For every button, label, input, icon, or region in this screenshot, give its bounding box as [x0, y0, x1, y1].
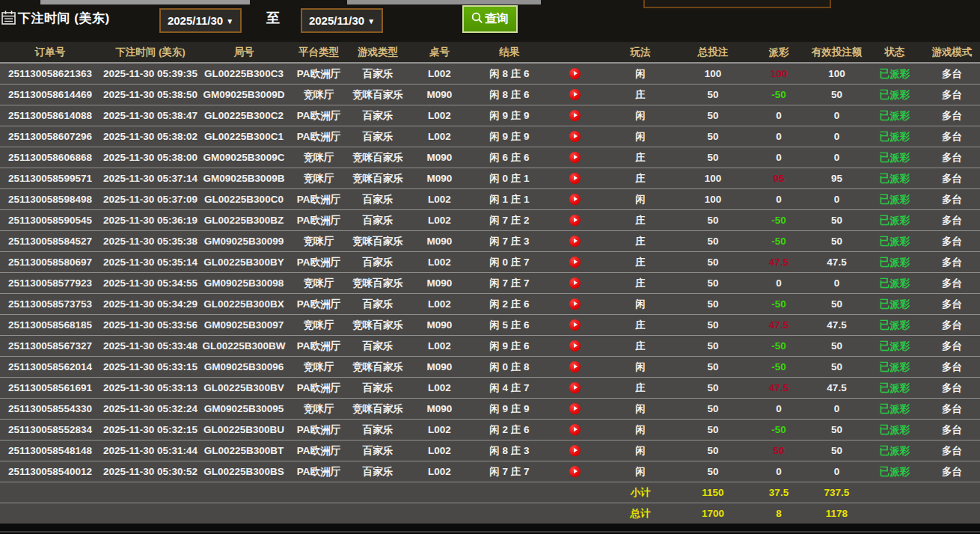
valid-bet-cell: 50: [808, 231, 866, 252]
table-header-row: 订单号 下注时间 (美东) 局号 平台类型 游戏类型 桌号 结果 玩法 总投注 …: [0, 42, 980, 63]
search-button[interactable]: 查询: [462, 5, 518, 33]
play-cell: 庄: [604, 336, 676, 357]
bet-cell: 50: [676, 147, 750, 168]
replay-cell: [545, 85, 604, 105]
payout-cell: -50: [750, 420, 808, 441]
bet-cell: 50: [676, 378, 750, 399]
time-cell: 2025-11-30 05:38:47: [100, 105, 200, 126]
order-cell: 251130058568185: [0, 315, 100, 336]
valid-bet-cell: 50: [808, 85, 866, 105]
play-icon[interactable]: [569, 68, 581, 79]
result-cell: 闲 7 庄 7: [474, 461, 545, 482]
play-cell: 闲: [604, 441, 676, 461]
result-cell: 闲 4 庄 7: [474, 378, 545, 399]
round-cell: GL00225B300C2: [200, 105, 287, 126]
order-cell: 251130058614088: [0, 105, 100, 126]
play-icon[interactable]: [569, 340, 581, 352]
status-cell: 已派彩: [866, 315, 924, 336]
play-cell: 庄: [604, 168, 676, 189]
table-no-cell: M090: [405, 357, 474, 378]
valid-bet-cell: 50: [808, 441, 866, 461]
replay-cell: [545, 231, 604, 252]
play-icon[interactable]: [569, 403, 581, 414]
status-cell: 已派彩: [866, 63, 924, 85]
replay-cell: [545, 378, 604, 399]
table-row: 2511300585806972025-11-30 05:35:14GL0022…: [0, 252, 980, 273]
table-row: 2511300585543302025-11-30 05:32:24GM0902…: [0, 399, 980, 420]
play-icon[interactable]: [569, 319, 581, 331]
play-icon[interactable]: [569, 173, 581, 184]
result-cell: 闲 0 庄 7: [474, 252, 545, 273]
play-icon[interactable]: [569, 89, 581, 100]
game-type-cell: 百家乐: [350, 126, 405, 147]
play-icon[interactable]: [569, 215, 581, 226]
date-from-select[interactable]: 2025/11/30▼: [159, 8, 242, 33]
play-cell: 闲: [604, 126, 676, 147]
replay-cell: [545, 294, 604, 315]
status-cell: 已派彩: [866, 168, 924, 189]
status-cell: 已派彩: [866, 378, 924, 399]
status-cell: 已派彩: [866, 420, 924, 441]
replay-cell: [545, 105, 604, 126]
game-type-cell: 百家乐: [350, 105, 405, 126]
play-icon[interactable]: [569, 194, 581, 205]
game-type-cell: 竞咪百家乐: [350, 231, 405, 252]
play-icon[interactable]: [569, 277, 581, 289]
game-type-cell: 竞咪百家乐: [350, 168, 405, 189]
bet-cell: 100: [676, 189, 750, 210]
play-icon[interactable]: [569, 361, 581, 372]
play-icon[interactable]: [569, 466, 581, 477]
table-row: 2511300585984982025-11-30 05:37:09GL0022…: [0, 189, 980, 210]
replay-cell: [545, 441, 604, 461]
payout-cell: -50: [750, 336, 808, 357]
valid-bet-cell: 0: [808, 147, 866, 168]
platform-cell: 竞咪厅: [287, 315, 350, 336]
replay-cell: [545, 357, 604, 378]
table-no-cell: L002: [405, 126, 474, 147]
platform-cell: 竞咪厅: [287, 399, 350, 420]
payout-cell: 47.5: [750, 378, 808, 399]
play-icon[interactable]: [569, 445, 581, 456]
mode-cell: 多台: [924, 126, 980, 147]
round-cell: GM09025B30099: [200, 231, 287, 252]
payout-cell: 0: [750, 399, 808, 420]
play-icon[interactable]: [569, 152, 581, 163]
result-cell: 闲 8 庄 3: [474, 441, 545, 461]
status-cell: 已派彩: [866, 252, 924, 273]
time-cell: 2025-11-30 05:32:15: [100, 420, 200, 441]
time-cell: 2025-11-30 05:38:02: [100, 126, 200, 147]
result-cell: 闲 7 庄 3: [474, 231, 545, 252]
bottom-divider: [0, 531, 980, 533]
mode-cell: 多台: [924, 147, 980, 168]
play-cell: 庄: [604, 252, 676, 273]
bet-cell: 50: [676, 399, 750, 420]
order-cell: 251130058614469: [0, 85, 100, 105]
date-to-select[interactable]: 2025/11/30▼: [301, 8, 383, 33]
table-row: 2511300585620142025-11-30 05:33:15GM0902…: [0, 357, 980, 378]
table-body: 2511300586213632025-11-30 05:39:35GL0022…: [0, 63, 980, 482]
grand-total-label: 总计: [604, 503, 676, 524]
order-cell: 251130058590545: [0, 210, 100, 231]
replay-cell: [545, 63, 604, 85]
order-cell: 251130058599571: [0, 168, 100, 189]
play-icon[interactable]: [569, 257, 581, 268]
play-icon[interactable]: [569, 131, 581, 142]
play-icon[interactable]: [569, 236, 581, 247]
result-cell: 闲 8 庄 6: [474, 63, 545, 85]
order-cell: 251130058552834: [0, 420, 100, 441]
payout-cell: 95: [750, 168, 808, 189]
filter-bar: 下注时间 (美东) 2025/11/30▼ 至 2025/11/30▼ 查询: [0, 0, 980, 42]
play-cell: 闲: [604, 399, 676, 420]
play-icon[interactable]: [569, 382, 581, 393]
time-cell: 2025-11-30 05:33:13: [100, 378, 200, 399]
status-cell: 已派彩: [866, 294, 924, 315]
game-type-cell: 百家乐: [350, 378, 405, 399]
bet-cell: 50: [676, 273, 750, 294]
play-icon[interactable]: [569, 110, 581, 121]
table-row: 2511300585481482025-11-30 05:31:44GL0022…: [0, 441, 980, 461]
col-play: 玩法: [604, 42, 676, 63]
table-no-cell: M090: [405, 85, 474, 105]
play-icon[interactable]: [569, 424, 581, 435]
round-cell: GM09025B30095: [200, 399, 287, 420]
play-icon[interactable]: [569, 298, 581, 310]
